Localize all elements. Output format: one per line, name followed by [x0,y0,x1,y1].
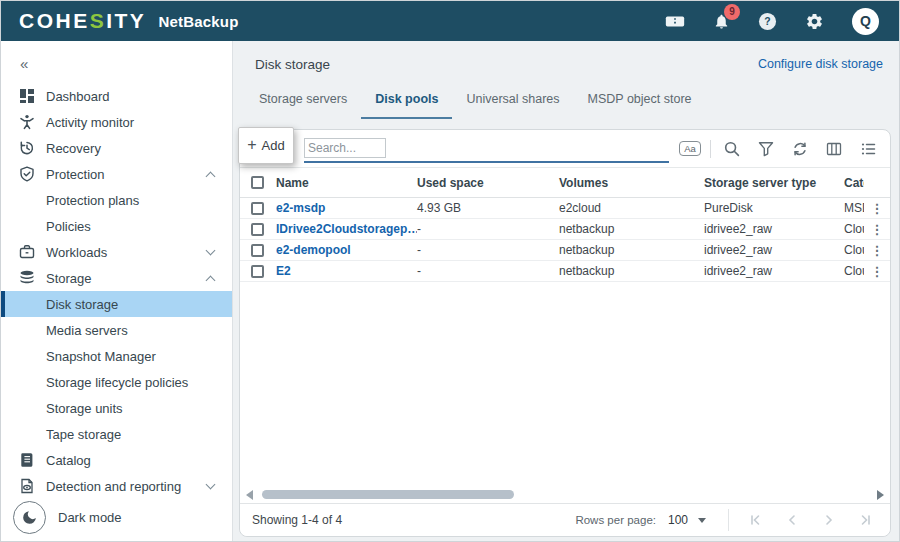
cell-category: Cloud [844,264,864,278]
sidebar-item-storage-units[interactable]: Storage units [1,395,232,421]
sidebar-item-label: Workloads [46,245,107,260]
dark-mode-toggle[interactable]: Dark mode [1,497,232,537]
row-checkbox[interactable] [251,244,264,257]
sidebar-item-label: Detection and reporting [46,479,181,494]
first-page-icon[interactable] [749,514,761,526]
chevron-down-icon [206,480,216,490]
moon-icon [13,501,46,534]
tab-msdp-object-store[interactable]: MSDP object store [574,79,706,119]
match-case-toggle[interactable]: Aa [679,141,701,156]
sidebar-item-label: Policies [46,219,91,234]
row-menu-kebab-icon[interactable]: ⋮ [871,265,884,278]
search-field [304,135,669,163]
search-input[interactable] [304,138,386,158]
cell-used-space: - [417,243,559,257]
scrollbar-track[interactable] [260,490,870,499]
sidebar-item-workloads[interactable]: Workloads [1,239,232,265]
add-button-label: Add [262,138,285,153]
sidebar-item-label: Protection [46,167,105,182]
table-row: e2-demopool - netbackup idrivee2_raw Clo… [240,240,890,261]
sidebar-item-protection-plans[interactable]: Protection plans [1,187,232,213]
row-menu-kebab-icon[interactable]: ⋮ [871,202,884,215]
sidebar-item-policies[interactable]: Policies [1,213,232,239]
scroll-left-arrow-icon[interactable] [246,490,253,500]
disk-pool-link[interactable]: IDrivee2Cloudstoragep… [276,222,417,236]
caret-down-icon [698,518,706,523]
columns-icon[interactable] [825,141,842,157]
sidebar-item-storage-lifecycle-policies[interactable]: Storage lifecycle policies [1,369,232,395]
settings-gear-icon[interactable] [805,12,824,31]
ticket-icon[interactable] [665,14,685,29]
scrollbar-thumb[interactable] [262,490,514,499]
column-header-name[interactable]: Name [276,176,417,190]
sidebar-item-detection-and-reporting[interactable]: Detection and reporting [1,473,232,499]
tab-disk-pools[interactable]: Disk pools [361,79,452,119]
disk-pools-table-card: + Add Aa Name Used [239,129,891,537]
previous-page-icon[interactable] [786,514,798,526]
row-checkbox[interactable] [251,223,264,236]
tab-storage-servers[interactable]: Storage servers [245,79,361,119]
chevron-down-icon [206,246,216,256]
disk-pool-link[interactable]: E2 [276,264,291,278]
showing-count-text: Showing 1-4 of 4 [252,513,342,527]
add-button[interactable]: + Add [238,127,294,164]
filter-funnel-icon[interactable] [757,141,774,157]
sidebar-item-activity-monitor[interactable]: Activity monitor [1,109,232,135]
sidebar-item-storage[interactable]: Storage [1,265,232,291]
sidebar-item-label: Snapshot Manager [46,349,156,364]
sidebar-item-media-servers[interactable]: Media servers [1,317,232,343]
disk-pool-link[interactable]: e2-demopool [276,243,351,257]
sidebar-item-label: Media servers [46,323,128,338]
sidebar-item-protection[interactable]: Protection [1,161,232,187]
protection-shield-icon [19,166,36,182]
column-header-category[interactable]: Category [844,176,864,190]
column-header-volumes[interactable]: Volumes [559,176,704,190]
row-checkbox[interactable] [251,265,264,278]
refresh-icon[interactable] [791,141,808,157]
search-icon[interactable] [723,141,740,157]
column-header-used-space[interactable]: Used space [417,176,559,190]
cell-category: Cloud [844,243,864,257]
sidebar-collapse-button[interactable]: « [1,51,232,75]
cell-used-space: - [417,264,559,278]
cohesity-logo: COHESITY [19,9,146,33]
table-row: e2-msdp 4.93 GB e2cloud PureDisk MSDP ⋮ [240,198,890,219]
page-title: Disk storage [255,57,330,72]
select-all-checkbox[interactable] [251,176,264,189]
last-page-icon[interactable] [860,514,872,526]
column-header-storage-server-type[interactable]: Storage server type [704,176,844,190]
sidebar-item-label: Dashboard [46,89,110,104]
sidebar-item-label: Storage lifecycle policies [46,375,188,390]
disk-pool-link[interactable]: e2-msdp [276,201,325,215]
tab-universal-shares[interactable]: Universal shares [452,79,573,119]
help-icon[interactable]: ? [758,12,777,31]
row-menu-kebab-icon[interactable]: ⋮ [871,244,884,257]
sidebar-item-tape-storage[interactable]: Tape storage [1,421,232,447]
cell-volumes: netbackup [559,222,704,236]
cell-storage-server-type: idrivee2_raw [704,243,844,257]
sidebar-item-catalog[interactable]: Catalog [1,447,232,473]
brand-accent-s: S [90,9,107,33]
dashboard-icon [19,88,36,104]
horizontal-scrollbar [240,486,890,503]
detection-report-icon [19,478,36,494]
user-avatar[interactable]: Q [852,8,879,35]
notifications-bell-icon[interactable]: 9 [713,12,730,31]
rows-per-page-select[interactable]: 100 [656,513,706,527]
chevron-up-icon [206,171,216,181]
next-page-icon[interactable] [823,514,835,526]
sidebar-item-snapshot-manager[interactable]: Snapshot Manager [1,343,232,369]
cell-volumes: netbackup [559,243,704,257]
dark-mode-label: Dark mode [58,510,122,525]
sidebar-item-recovery[interactable]: Recovery [1,135,232,161]
table-row: IDrivee2Cloudstoragep… - netbackup idriv… [240,219,890,240]
row-checkbox[interactable] [251,202,264,215]
sidebar-item-label: Protection plans [46,193,139,208]
cell-used-space: 4.93 GB [417,201,559,215]
scroll-right-arrow-icon[interactable] [877,490,884,500]
sidebar-item-disk-storage[interactable]: Disk storage [1,291,232,317]
row-menu-kebab-icon[interactable]: ⋮ [871,223,884,236]
configure-disk-storage-link[interactable]: Configure disk storage [758,57,883,71]
sidebar-item-dashboard[interactable]: Dashboard [1,83,232,109]
row-density-icon[interactable] [859,141,876,157]
